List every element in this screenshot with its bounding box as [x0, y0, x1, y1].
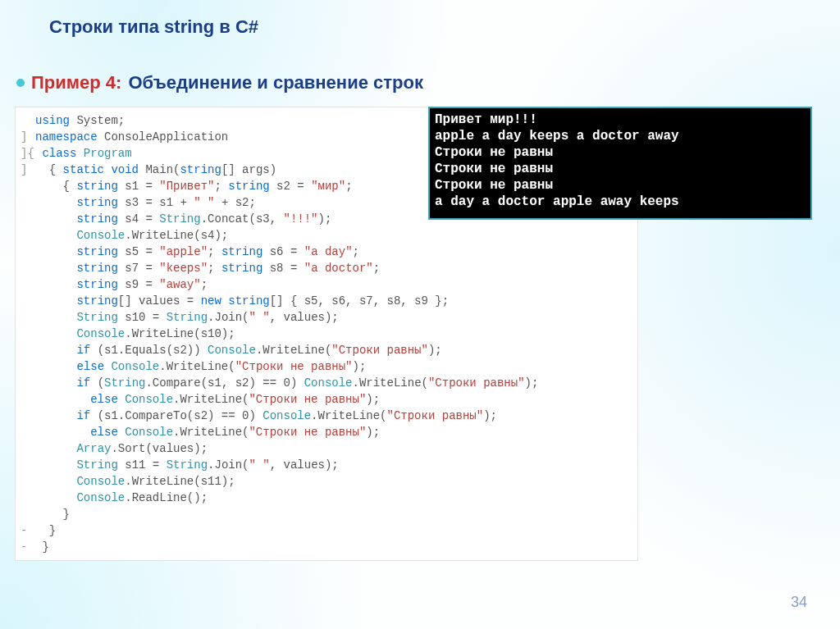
- example-text: Объединение и сравнение строк: [128, 72, 423, 93]
- console-line: Строки не равны: [435, 161, 806, 177]
- console-line: Строки не равны: [435, 144, 806, 161]
- console-line: Строки не равны: [435, 177, 806, 194]
- page-number: 34: [791, 594, 807, 611]
- bullet-icon: [16, 79, 25, 87]
- slide-title: Строки типа string в C#: [49, 16, 258, 38]
- console-line: a day a doctor apple away keeps: [435, 194, 806, 210]
- console-output: Привет мир!!! apple a day keeps a doctor…: [428, 107, 812, 220]
- console-line: apple a day keeps a doctor away: [435, 128, 806, 144]
- bullet-row: Пример 4: Объединение и сравнение строк: [16, 72, 423, 93]
- console-line: Привет мир!!!: [435, 112, 806, 128]
- example-label: Пример 4:: [31, 72, 121, 93]
